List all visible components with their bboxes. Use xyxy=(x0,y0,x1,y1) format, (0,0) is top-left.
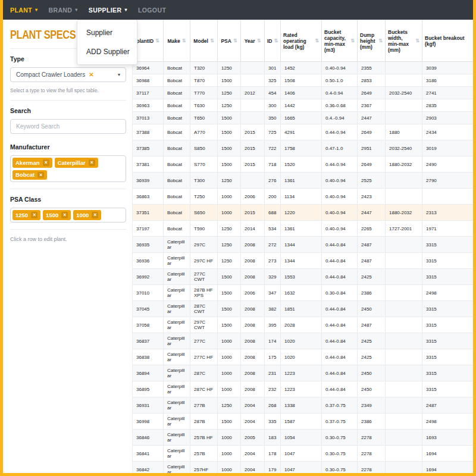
col-header-dump-height[interactable]: Dump height (mm)⇅ xyxy=(358,20,386,62)
table-row[interactable]: 37351BobcatS6501000201568812200.40-0.942… xyxy=(133,205,474,221)
nav-item-supplier[interactable]: SUPPLIER ▾ xyxy=(89,7,127,14)
table-row[interactable]: 36936Caterpillar297C HF1250200827313440.… xyxy=(133,253,474,269)
table-cell: 2015 xyxy=(241,124,265,140)
table-cell: 37381 xyxy=(133,156,164,173)
table-cell: 2355 xyxy=(358,62,386,74)
table-cell xyxy=(386,446,422,462)
row-edit-hint: Click a row to edit plant. xyxy=(10,236,126,242)
table-row[interactable]: 36846Caterpillar257B HF1000200518310540.… xyxy=(133,430,474,446)
table-cell: Caterpillar xyxy=(164,237,190,253)
nav-item-brand[interactable]: BRAND ▾ xyxy=(48,7,77,14)
table-row[interactable]: 36992Caterpillar277C CWT1500200832915530… xyxy=(133,269,474,285)
table-row[interactable]: 36895Caterpillar287C HF1000200823212230.… xyxy=(133,381,474,397)
table-row[interactable]: 36838Caterpillar277C HF1000200817510200.… xyxy=(133,349,474,365)
col-header-psa[interactable]: PSA⇅ xyxy=(218,20,241,62)
table-cell xyxy=(386,414,422,430)
table-row[interactable]: 37013BobcatT650150035016650.4.-0.9424472… xyxy=(133,112,474,124)
psa-class-tagbox[interactable]: 1250 × 1500 × 1000 × xyxy=(10,208,126,223)
table-row[interactable]: 36837Caterpillar277C1000200817410200.44-… xyxy=(133,333,474,349)
table-row[interactable]: 36963BobcatT630125030014420.36-0.6823672… xyxy=(133,99,474,112)
table-cell: 175 xyxy=(265,349,281,365)
table-cell: Caterpillar xyxy=(164,430,190,446)
table-cell xyxy=(386,112,422,124)
tag-label: 1000 xyxy=(76,212,89,218)
manufacturer-tagbox[interactable]: Akerman × Caterpillar × Bobcat × xyxy=(10,155,126,182)
col-header-bucket-breakout[interactable]: Bucket breakout (kgf)⇅ xyxy=(422,20,474,62)
table-row[interactable]: 37045Caterpillar287C CWT1500200838218510… xyxy=(133,301,474,317)
col-header-model[interactable]: Model⇅ xyxy=(190,20,218,62)
table-row[interactable]: 36841Caterpillar257B1000200417810470.30-… xyxy=(133,446,474,462)
table-cell: 1500 xyxy=(218,414,241,430)
table-row[interactable]: 36939BobcatT300125027613610.40-0.9425252… xyxy=(133,173,474,189)
table-row[interactable]: 36988BobcatT870150032515080.50-1.0285331… xyxy=(133,74,474,87)
table-cell xyxy=(386,237,422,253)
table-row[interactable]: 36863BobcatT2501000200620011340.40-0.942… xyxy=(133,189,474,205)
nav-item-plant[interactable]: PLANT ▾ xyxy=(10,7,37,14)
table-cell: 0.44-0.84 xyxy=(322,269,358,285)
table-cell: 1500 xyxy=(218,124,241,140)
table-cell: Caterpillar xyxy=(164,365,190,381)
clear-type-icon[interactable]: ✕ xyxy=(89,71,93,78)
table-cell: 2028 xyxy=(281,317,322,333)
table-cell: S650 xyxy=(190,205,218,221)
table-cell: 1632 xyxy=(281,285,322,301)
table-row[interactable]: 36931Caterpillar277B1250200426813380.37-… xyxy=(133,397,474,414)
table-row[interactable]: 36842Caterpillar257HF1000200417910470.30… xyxy=(133,462,474,474)
remove-tag-icon[interactable]: × xyxy=(31,212,37,218)
table-cell: 37010 xyxy=(133,285,164,301)
table-cell: 1587 xyxy=(281,414,322,430)
table-cell: 1250 xyxy=(218,397,241,414)
table-cell: 1000 xyxy=(218,381,241,397)
table-cell: 335 xyxy=(265,414,281,430)
table-row[interactable]: 37010Caterpillar287B HF XPS1500200634716… xyxy=(133,285,474,301)
remove-tag-icon[interactable]: × xyxy=(92,212,98,218)
search-input[interactable] xyxy=(10,119,126,134)
table-row[interactable]: 36894Caterpillar287C1000200823112230.44-… xyxy=(133,365,474,381)
remove-tag-icon[interactable]: × xyxy=(37,172,44,178)
table-cell: 0.44-0.84 xyxy=(322,317,358,333)
remove-tag-icon[interactable]: × xyxy=(89,159,95,166)
table-row[interactable]: 37058Caterpillar297C CWT1500200839520280… xyxy=(133,317,474,333)
tag-label: Akerman xyxy=(15,160,40,166)
table-row[interactable]: 37117BobcatT7701250201245414060.4-0.9426… xyxy=(133,87,474,99)
col-header-make[interactable]: Make⇅ xyxy=(164,20,190,62)
table-row[interactable]: 36935Caterpillar297C1250200827213440.44-… xyxy=(133,237,474,253)
remove-tag-icon[interactable]: × xyxy=(61,212,68,218)
table-cell: 273 xyxy=(265,253,281,269)
table-cell: 718 xyxy=(265,156,281,173)
sort-icon: ⇅ xyxy=(210,38,214,43)
table-cell: 2015 xyxy=(241,140,265,156)
table-cell: 2015 xyxy=(241,156,265,173)
table-cell: 1220 xyxy=(281,205,322,221)
table-cell: 1134 xyxy=(281,189,322,205)
table-row[interactable]: 37385BobcatS8501500201572217580.47-1.029… xyxy=(133,140,474,156)
menu-item-supplier[interactable]: Supplier xyxy=(77,23,137,42)
col-header-id[interactable]: ID⇅ xyxy=(265,20,281,62)
table-cell: 1693 xyxy=(422,430,474,446)
type-select[interactable]: Compact Crawler Loaders ✕ ▾ xyxy=(10,67,126,82)
page-title: PLANT SPECS xyxy=(10,28,76,41)
menu-item-add-supplier[interactable]: ADD Supplier xyxy=(77,42,137,61)
table-cell: 1000 xyxy=(218,430,241,446)
col-header-buckets-width[interactable]: Buckets width, min-max (mm)⇅ xyxy=(386,20,422,62)
table-row[interactable]: 37381BobcatS7701500201571815200.44-0.942… xyxy=(133,156,474,173)
table-cell: 297C HF xyxy=(190,253,218,269)
table-cell: T320 xyxy=(190,62,218,74)
table-row[interactable]: 36998Caterpillar287B1500200433515870.37-… xyxy=(133,414,474,430)
table-cell xyxy=(386,189,422,205)
nav-item-logout[interactable]: LOGOUT xyxy=(138,7,166,14)
table-row[interactable]: 37388BobcatA7701500201572542910.44-0.942… xyxy=(133,124,474,140)
remove-tag-icon[interactable]: × xyxy=(43,159,49,166)
search-label: Search xyxy=(10,107,126,114)
table-cell: 2008 xyxy=(241,237,265,253)
table-cell: 36842 xyxy=(133,462,164,474)
type-select-value: Compact Crawler Loaders xyxy=(16,71,85,78)
col-header-bucket-capacity[interactable]: Bucket capacity, min-max (m3)⇅ xyxy=(322,20,358,62)
col-header-year[interactable]: Year⇅ xyxy=(241,20,265,62)
table-row[interactable]: 37197BobcatT5901250201453413610.40-0.942… xyxy=(133,221,474,237)
table-row[interactable]: 36964BobcatT320125030114520.40-0.9423553… xyxy=(133,62,474,74)
table-cell: 2450 xyxy=(358,381,386,397)
table-cell: T250 xyxy=(190,189,218,205)
table-cell xyxy=(386,269,422,285)
col-header-rated-load[interactable]: Rated operating load (kg)⇅ xyxy=(281,20,322,62)
